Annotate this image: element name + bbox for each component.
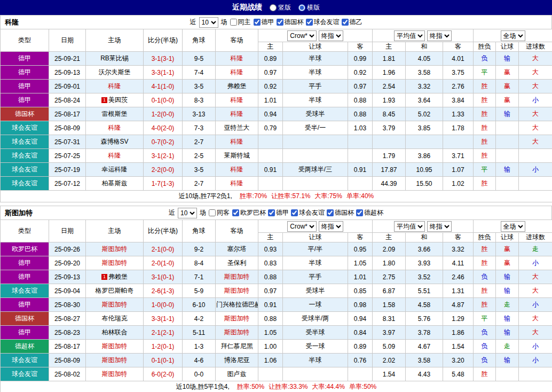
away-team-cell[interactable]: 图卢兹 <box>216 367 258 381</box>
away-team-cell[interactable]: 圣保利 <box>216 256 258 270</box>
score-cell[interactable]: 2-1(0-0) <box>144 242 183 256</box>
home-team-cell[interactable]: 科隆 <box>86 121 144 135</box>
same-venue-checkbox[interactable] <box>230 19 237 26</box>
league-filter[interactable]: 德国杯 <box>327 208 354 217</box>
layout-option-vertical[interactable]: 竖版 <box>270 3 291 12</box>
odds-source-select[interactable]: Crow* <box>287 221 317 232</box>
home-team-cell[interactable]: 斯图加特 <box>86 242 144 256</box>
score-cell[interactable]: 2-0(1-0) <box>144 256 183 270</box>
home-team-name: 柏林联合 <box>102 328 128 336</box>
home-team-cell[interactable]: 斯图加特 <box>86 298 144 312</box>
scope-select[interactable]: 全场 <box>501 30 525 41</box>
score-cell[interactable]: 0-1(0-0) <box>144 93 183 107</box>
league-filter-checkbox[interactable] <box>268 209 275 216</box>
league-filter-checkbox[interactable] <box>291 209 298 216</box>
away-team-cell[interactable]: 斯图加特 <box>216 284 258 298</box>
same-venue-filter[interactable]: 同主 <box>230 18 251 27</box>
away-team-cell[interactable]: 科隆 <box>216 52 258 66</box>
away-team-cell[interactable]: 博洛尼亚 <box>216 354 258 367</box>
league-filter-checkbox[interactable] <box>342 19 349 26</box>
away-team-cell[interactable]: 莱斯特城 <box>216 149 258 163</box>
avg-type-select[interactable]: 平均值 <box>394 30 425 41</box>
home-team-cell[interactable]: RB莱比锡 <box>86 52 144 66</box>
score-cell[interactable]: 1-2(0-0) <box>144 107 183 121</box>
home-team-cell[interactable]: 斯图加特 <box>86 354 144 367</box>
league-filter[interactable]: 德乙 <box>342 18 362 27</box>
home-team-cell[interactable]: 柏林联合 <box>86 326 144 340</box>
away-team-cell[interactable]: 斯图加特 <box>216 270 258 284</box>
avg-time-select[interactable]: 终指 <box>427 30 452 41</box>
same-venue-checkbox[interactable] <box>209 209 216 216</box>
odds-time-select[interactable]: 终指 <box>319 221 343 232</box>
score-cell[interactable]: 1-7(1-3) <box>144 177 183 191</box>
league-filter-checkbox[interactable] <box>356 209 363 216</box>
horizontal-layout-radio[interactable] <box>298 4 305 11</box>
league-filter-checkbox[interactable] <box>327 209 334 216</box>
home-team-cell[interactable]: 斯图加特 <box>86 340 144 354</box>
away-team-cell[interactable]: 科隆 <box>216 93 258 107</box>
home-team-cell[interactable]: 1美因茨 <box>86 93 144 107</box>
away-team-cell[interactable]: 门兴格拉德巴赫 <box>216 298 258 312</box>
avg-time-select[interactable]: 终指 <box>427 221 452 232</box>
score-cell[interactable]: 1-2(0-1) <box>144 340 183 354</box>
score-cell[interactable]: 4-1(1-0) <box>144 80 183 93</box>
league-filter[interactable]: 德甲 <box>268 208 289 217</box>
score-cell[interactable]: 3-1(2-1) <box>144 149 183 163</box>
league-filter[interactable]: 德超杯 <box>356 208 383 217</box>
away-team-cell[interactable]: 弗赖堡 <box>216 80 258 93</box>
score-cell[interactable]: 2-1(2-1) <box>144 326 183 340</box>
league-filter-checkbox[interactable] <box>306 19 313 26</box>
match-count-select[interactable]: 10 <box>199 17 218 28</box>
score-cell[interactable]: 0-7(0-2) <box>144 135 183 149</box>
home-team-cell[interactable]: 柏基斯兹 <box>86 177 144 191</box>
league-filter[interactable]: 德国杯 <box>277 18 304 27</box>
home-team-cell[interactable]: 格罗巴斯帕奇 <box>86 284 144 298</box>
avg-type-select[interactable]: 平均值 <box>394 221 425 232</box>
home-team-cell[interactable]: 斯图加特 <box>86 367 144 381</box>
away-team-cell[interactable]: 科隆 <box>216 177 258 191</box>
layout-option-horizontal[interactable]: 横版 <box>298 3 320 12</box>
score-cell[interactable]: 0-1(0-1) <box>144 354 183 367</box>
away-team-cell[interactable]: 拜仁慕尼黑 <box>216 340 258 354</box>
home-team-cell[interactable]: 科隆 <box>86 149 144 163</box>
home-team-cell[interactable]: 雷根斯堡 <box>86 107 144 121</box>
league-filter-checkbox[interactable] <box>232 209 239 216</box>
odds-time-select[interactable]: 终指 <box>319 30 343 41</box>
score-cell[interactable]: 4-0(2-0) <box>144 121 183 135</box>
handicap-odds-away-cell <box>348 367 373 381</box>
home-team-cell[interactable]: 布伦瑞克 <box>86 312 144 326</box>
away-team-cell[interactable]: 科隆 <box>216 107 258 121</box>
score-cell[interactable]: 3-1(3-1) <box>144 52 183 66</box>
away-team-cell[interactable]: 塞尔塔 <box>216 242 258 256</box>
home-team-cell[interactable]: 1弗赖堡 <box>86 270 144 284</box>
home-team-cell[interactable]: 森博格SV <box>86 135 144 149</box>
score-cell[interactable]: 3-1(0-1) <box>144 270 183 284</box>
away-team-cell[interactable]: 亚特兰大 <box>216 121 258 135</box>
league-filter[interactable]: 球会友谊 <box>291 208 325 217</box>
scope-select[interactable]: 全场 <box>501 221 525 232</box>
league-filter[interactable]: 欧罗巴杯 <box>232 208 266 217</box>
league-filter[interactable]: 德甲 <box>254 18 274 27</box>
home-team-cell[interactable]: 斯图加特 <box>86 256 144 270</box>
league-filter-checkbox[interactable] <box>254 19 261 26</box>
score-cell[interactable]: 2-6(1-3) <box>144 284 183 298</box>
league-filter[interactable]: 球会友谊 <box>306 18 340 27</box>
home-team-cell[interactable]: 幸运科隆 <box>86 163 144 177</box>
away-team-cell[interactable]: 科隆 <box>216 135 258 149</box>
score-cell[interactable]: 3-3(1-1) <box>144 312 183 326</box>
score-cell[interactable]: 2-2(0-0) <box>144 163 183 177</box>
score-cell[interactable]: 6-0(2-0) <box>144 367 183 381</box>
score-cell[interactable]: 3-3(1-1) <box>144 66 183 80</box>
vertical-layout-radio[interactable] <box>270 4 277 11</box>
home-team-cell[interactable]: 沃尔夫斯堡 <box>86 66 144 80</box>
home-team-cell[interactable]: 科隆 <box>86 80 144 93</box>
score-cell[interactable]: 1-0(0-0) <box>144 298 183 312</box>
away-team-cell[interactable]: 斯图加特 <box>216 326 258 340</box>
away-team-cell[interactable]: 科隆 <box>216 163 258 177</box>
away-team-cell[interactable]: 科隆 <box>216 66 258 80</box>
league-filter-checkbox[interactable] <box>277 19 283 26</box>
away-team-cell[interactable]: 斯图加特 <box>216 312 258 326</box>
match-count-select[interactable]: 10 <box>178 208 197 218</box>
odds-source-select[interactable]: Crow* <box>287 30 317 41</box>
same-venue-filter[interactable]: 同客 <box>209 208 230 217</box>
